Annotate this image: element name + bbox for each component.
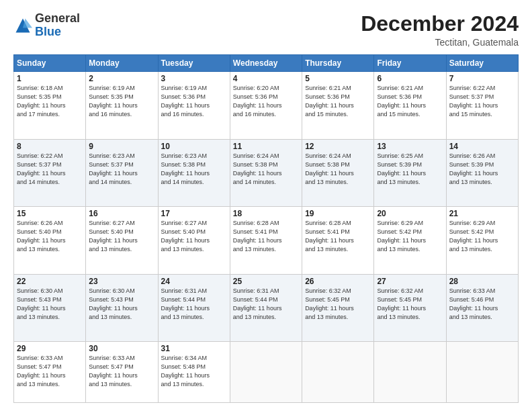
table-row: 23Sunrise: 6:30 AM Sunset: 5:43 PM Dayli… [86, 274, 158, 341]
day-number: 17 [161, 209, 227, 218]
day-number: 10 [161, 142, 227, 151]
day-info: Sunrise: 6:28 AM Sunset: 5:41 PM Dayligh… [233, 219, 299, 254]
table-row: 20Sunrise: 6:29 AM Sunset: 5:42 PM Dayli… [374, 207, 446, 274]
col-sunday: Sunday [14, 55, 86, 72]
day-number: 24 [161, 277, 227, 286]
table-row: 25Sunrise: 6:31 AM Sunset: 5:44 PM Dayli… [230, 274, 302, 341]
day-number: 20 [377, 209, 443, 218]
day-info: Sunrise: 6:31 AM Sunset: 5:44 PM Dayligh… [233, 287, 299, 322]
col-friday: Friday [374, 55, 446, 72]
day-number: 2 [89, 74, 154, 83]
day-info: Sunrise: 6:23 AM Sunset: 5:38 PM Dayligh… [161, 152, 227, 187]
day-info: Sunrise: 6:19 AM Sunset: 5:36 PM Dayligh… [161, 84, 227, 119]
day-number: 18 [233, 209, 299, 218]
table-row: 8Sunrise: 6:22 AM Sunset: 5:37 PM Daylig… [14, 139, 86, 206]
table-row [230, 342, 302, 403]
table-row: 22Sunrise: 6:30 AM Sunset: 5:43 PM Dayli… [14, 274, 86, 341]
calendar: Sunday Monday Tuesday Wednesday Thursday… [13, 54, 519, 403]
logo-general: General [35, 11, 80, 25]
table-row: 21Sunrise: 6:29 AM Sunset: 5:42 PM Dayli… [446, 207, 518, 274]
day-number: 27 [377, 277, 443, 286]
col-tuesday: Tuesday [158, 55, 230, 72]
table-row: 13Sunrise: 6:25 AM Sunset: 5:39 PM Dayli… [374, 139, 446, 206]
table-row: 18Sunrise: 6:28 AM Sunset: 5:41 PM Dayli… [230, 207, 302, 274]
table-row: 11Sunrise: 6:24 AM Sunset: 5:38 PM Dayli… [230, 139, 302, 206]
title-section: December 2024 Tectitan, Guatemala [361, 12, 519, 48]
day-number: 25 [233, 277, 299, 286]
col-wednesday: Wednesday [230, 55, 302, 72]
day-info: Sunrise: 6:21 AM Sunset: 5:36 PM Dayligh… [377, 84, 443, 119]
table-row [446, 342, 518, 403]
table-row [302, 342, 374, 403]
day-number: 9 [89, 142, 154, 151]
day-number: 4 [233, 74, 299, 83]
day-info: Sunrise: 6:25 AM Sunset: 5:39 PM Dayligh… [377, 152, 443, 187]
day-info: Sunrise: 6:22 AM Sunset: 5:37 PM Dayligh… [449, 84, 515, 119]
table-row: 15Sunrise: 6:26 AM Sunset: 5:40 PM Dayli… [14, 207, 86, 274]
table-row: 1Sunrise: 6:18 AM Sunset: 5:35 PM Daylig… [14, 72, 86, 139]
table-row: 7Sunrise: 6:22 AM Sunset: 5:37 PM Daylig… [446, 72, 518, 139]
table-row: 16Sunrise: 6:27 AM Sunset: 5:40 PM Dayli… [86, 207, 158, 274]
day-info: Sunrise: 6:18 AM Sunset: 5:35 PM Dayligh… [17, 84, 83, 119]
day-number: 15 [17, 209, 83, 218]
table-row: 5Sunrise: 6:21 AM Sunset: 5:36 PM Daylig… [302, 72, 374, 139]
table-row: 2Sunrise: 6:19 AM Sunset: 5:35 PM Daylig… [86, 72, 158, 139]
table-row: 26Sunrise: 6:32 AM Sunset: 5:45 PM Dayli… [302, 274, 374, 341]
day-info: Sunrise: 6:29 AM Sunset: 5:42 PM Dayligh… [377, 219, 443, 254]
table-row: 12Sunrise: 6:24 AM Sunset: 5:38 PM Dayli… [302, 139, 374, 206]
table-row: 10Sunrise: 6:23 AM Sunset: 5:38 PM Dayli… [158, 139, 230, 206]
table-row: 24Sunrise: 6:31 AM Sunset: 5:44 PM Dayli… [158, 274, 230, 341]
day-info: Sunrise: 6:32 AM Sunset: 5:45 PM Dayligh… [377, 287, 443, 322]
table-row: 31Sunrise: 6:34 AM Sunset: 5:48 PM Dayli… [158, 342, 230, 403]
col-saturday: Saturday [446, 55, 518, 72]
day-info: Sunrise: 6:24 AM Sunset: 5:38 PM Dayligh… [305, 152, 371, 187]
table-row: 28Sunrise: 6:33 AM Sunset: 5:46 PM Dayli… [446, 274, 518, 341]
day-info: Sunrise: 6:29 AM Sunset: 5:42 PM Dayligh… [449, 219, 515, 254]
day-number: 29 [17, 344, 83, 353]
table-row: 3Sunrise: 6:19 AM Sunset: 5:36 PM Daylig… [158, 72, 230, 139]
day-number: 31 [161, 344, 227, 353]
day-info: Sunrise: 6:27 AM Sunset: 5:40 PM Dayligh… [89, 219, 154, 254]
col-monday: Monday [86, 55, 158, 72]
table-row: 4Sunrise: 6:20 AM Sunset: 5:36 PM Daylig… [230, 72, 302, 139]
table-row: 14Sunrise: 6:26 AM Sunset: 5:39 PM Dayli… [446, 139, 518, 206]
table-row: 17Sunrise: 6:27 AM Sunset: 5:40 PM Dayli… [158, 207, 230, 274]
day-number: 12 [305, 142, 371, 151]
col-thursday: Thursday [302, 55, 374, 72]
day-number: 19 [305, 209, 371, 218]
day-info: Sunrise: 6:32 AM Sunset: 5:45 PM Dayligh… [305, 287, 371, 322]
logo-blue: Blue [35, 25, 61, 38]
day-number: 21 [449, 209, 515, 218]
day-info: Sunrise: 6:34 AM Sunset: 5:48 PM Dayligh… [161, 354, 227, 389]
day-number: 5 [305, 74, 371, 83]
day-number: 7 [449, 74, 515, 83]
calendar-header-row: Sunday Monday Tuesday Wednesday Thursday… [14, 55, 519, 72]
day-info: Sunrise: 6:22 AM Sunset: 5:37 PM Dayligh… [17, 152, 83, 187]
svg-marker-1 [23, 18, 32, 28]
day-info: Sunrise: 6:26 AM Sunset: 5:40 PM Dayligh… [17, 219, 83, 254]
day-number: 14 [449, 142, 515, 151]
day-info: Sunrise: 6:24 AM Sunset: 5:38 PM Dayligh… [233, 152, 299, 187]
day-info: Sunrise: 6:33 AM Sunset: 5:47 PM Dayligh… [17, 354, 83, 389]
month-title: December 2024 [361, 12, 519, 36]
day-info: Sunrise: 6:30 AM Sunset: 5:43 PM Dayligh… [89, 287, 154, 322]
day-number: 16 [89, 209, 154, 218]
logo-icon [13, 16, 32, 35]
day-info: Sunrise: 6:31 AM Sunset: 5:44 PM Dayligh… [161, 287, 227, 322]
day-info: Sunrise: 6:30 AM Sunset: 5:43 PM Dayligh… [17, 287, 83, 322]
day-info: Sunrise: 6:33 AM Sunset: 5:46 PM Dayligh… [449, 287, 515, 322]
location: Tectitan, Guatemala [361, 37, 519, 48]
day-info: Sunrise: 6:26 AM Sunset: 5:39 PM Dayligh… [449, 152, 515, 187]
day-number: 30 [89, 344, 154, 353]
logo-text: General Blue [35, 12, 80, 39]
day-number: 3 [161, 74, 227, 83]
day-number: 26 [305, 277, 371, 286]
table-row: 6Sunrise: 6:21 AM Sunset: 5:36 PM Daylig… [374, 72, 446, 139]
day-info: Sunrise: 6:19 AM Sunset: 5:35 PM Dayligh… [89, 84, 154, 119]
table-row [374, 342, 446, 403]
day-number: 13 [377, 142, 443, 151]
day-number: 1 [17, 74, 83, 83]
table-row: 30Sunrise: 6:33 AM Sunset: 5:47 PM Dayli… [86, 342, 158, 403]
table-row: 9Sunrise: 6:23 AM Sunset: 5:37 PM Daylig… [86, 139, 158, 206]
table-row: 29Sunrise: 6:33 AM Sunset: 5:47 PM Dayli… [14, 342, 86, 403]
